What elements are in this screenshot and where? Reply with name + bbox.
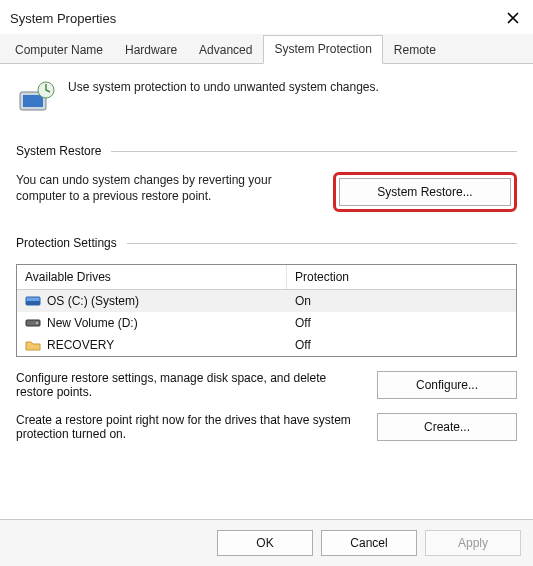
configure-button[interactable]: Configure... [377, 371, 517, 399]
drives-table[interactable]: Available Drives Protection OS (C:) (Sys… [16, 264, 517, 357]
cancel-button[interactable]: Cancel [321, 530, 417, 556]
table-row[interactable]: OS (C:) (System) On [17, 290, 516, 312]
drive-os-icon [25, 294, 41, 308]
tab-content: Use system protection to undo unwanted s… [0, 64, 533, 459]
divider [111, 151, 517, 152]
drive-protection: Off [287, 312, 516, 334]
close-button[interactable] [503, 8, 523, 28]
close-icon [506, 11, 520, 25]
tab-advanced[interactable]: Advanced [188, 36, 263, 64]
drive-name: New Volume (D:) [47, 316, 138, 330]
table-row[interactable]: RECOVERY Off [17, 334, 516, 356]
tab-system-protection[interactable]: System Protection [263, 35, 382, 64]
create-desc: Create a restore point right now for the… [16, 413, 363, 441]
system-restore-highlight: System Restore... [333, 172, 517, 212]
intro-row: Use system protection to undo unwanted s… [16, 78, 517, 118]
table-row[interactable]: New Volume (D:) Off [17, 312, 516, 334]
system-restore-header-label: System Restore [16, 144, 101, 158]
col-protection: Protection [287, 265, 516, 289]
svg-rect-1 [23, 95, 43, 107]
col-available-drives: Available Drives [17, 265, 287, 289]
drive-protection: Off [287, 334, 516, 356]
configure-desc: Configure restore settings, manage disk … [16, 371, 363, 399]
tab-computer-name[interactable]: Computer Name [4, 36, 114, 64]
ok-button[interactable]: OK [217, 530, 313, 556]
protection-settings-group: Protection Settings Available Drives Pro… [16, 236, 517, 441]
drive-protection: On [287, 290, 516, 312]
create-button[interactable]: Create... [377, 413, 517, 441]
protection-settings-header: Protection Settings [16, 236, 517, 250]
svg-rect-4 [26, 301, 40, 305]
window-title: System Properties [10, 11, 116, 26]
apply-button: Apply [425, 530, 521, 556]
table-header: Available Drives Protection [17, 265, 516, 290]
divider [127, 243, 517, 244]
dialog-footer: OK Cancel Apply [0, 519, 533, 566]
system-restore-button[interactable]: System Restore... [339, 178, 511, 206]
system-restore-desc: You can undo system changes by reverting… [16, 172, 319, 204]
tab-hardware[interactable]: Hardware [114, 36, 188, 64]
system-protection-icon [16, 78, 56, 118]
folder-icon [25, 338, 41, 352]
system-restore-header: System Restore [16, 144, 517, 158]
system-restore-group: System Restore You can undo system chang… [16, 144, 517, 212]
drive-volume-icon [25, 316, 41, 330]
intro-text: Use system protection to undo unwanted s… [68, 78, 379, 94]
drive-name: RECOVERY [47, 338, 114, 352]
protection-settings-header-label: Protection Settings [16, 236, 117, 250]
tabstrip: Computer Name Hardware Advanced System P… [0, 34, 533, 64]
tab-remote[interactable]: Remote [383, 36, 447, 64]
titlebar: System Properties [0, 0, 533, 34]
drive-name: OS (C:) (System) [47, 294, 139, 308]
svg-rect-6 [36, 322, 38, 324]
